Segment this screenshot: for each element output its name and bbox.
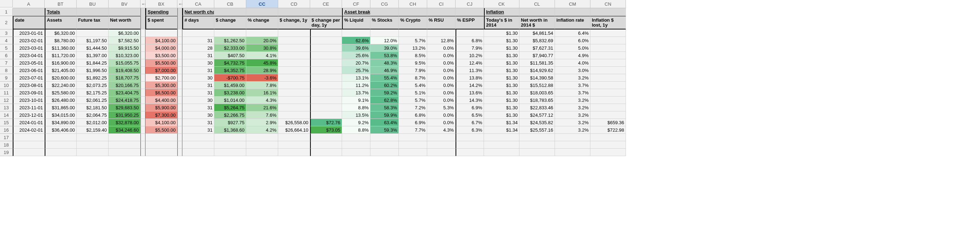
cell-nw[interactable]: $18,707.75 bbox=[108, 74, 140, 81]
cell-pc[interactable]: 7.6% bbox=[246, 111, 278, 119]
cell-stk[interactable]: 63.4% bbox=[371, 119, 399, 126]
cell-rsu[interactable]: 0.0% bbox=[427, 119, 456, 126]
cell-cry[interactable] bbox=[399, 149, 427, 156]
select-all-corner[interactable] bbox=[0, 0, 13, 8]
cell-days[interactable]: 31 bbox=[182, 104, 214, 111]
cell-esp[interactable]: 13.8% bbox=[456, 74, 484, 81]
cell-liq[interactable]: 62.6% bbox=[342, 37, 371, 45]
cell-esp[interactable]: 14.2% bbox=[456, 81, 484, 89]
cell-date[interactable]: 2023-07-01 bbox=[13, 74, 45, 81]
cell-assets[interactable] bbox=[45, 149, 76, 156]
cell-t14[interactable] bbox=[484, 134, 519, 141]
cell-stk[interactable]: 62.8% bbox=[371, 97, 399, 104]
cell-liq[interactable]: 11.2% bbox=[342, 81, 371, 89]
cell-spent[interactable]: $5,500.00 bbox=[145, 126, 177, 134]
cell-rsu[interactable] bbox=[427, 141, 456, 149]
column-header-BX[interactable]: BX bbox=[145, 0, 177, 8]
cell-assets[interactable]: $26,480.00 bbox=[45, 97, 76, 104]
cell-days[interactable] bbox=[182, 149, 214, 156]
column-header-CK[interactable]: CK bbox=[484, 0, 519, 8]
cell-date[interactable]: 2023-10-01 bbox=[13, 97, 45, 104]
cell-pc[interactable] bbox=[246, 149, 278, 156]
cell-spent[interactable]: $5,900.00 bbox=[145, 104, 177, 111]
cell-assets[interactable]: $31,865.00 bbox=[45, 104, 76, 111]
cell-days[interactable]: 30 bbox=[182, 59, 214, 67]
cell-days[interactable]: 31 bbox=[182, 119, 214, 126]
cell-date[interactable]: 2023-04-01 bbox=[13, 52, 45, 59]
cell-spent[interactable]: $2,700.00 bbox=[145, 74, 177, 81]
cell-dc1[interactable]: $26,558.00 bbox=[278, 119, 310, 126]
cell-esp[interactable]: 13.6% bbox=[456, 89, 484, 97]
cell-dc[interactable]: $4,352.75 bbox=[214, 67, 246, 74]
cell-cry[interactable]: 8.7% bbox=[399, 74, 427, 81]
cell-assets[interactable]: $8,780.00 bbox=[45, 37, 76, 45]
row-header[interactable]: 5 bbox=[0, 45, 13, 52]
cell-dc[interactable]: $1,262.50 bbox=[214, 37, 246, 45]
column-header-CN[interactable]: CN bbox=[590, 0, 626, 8]
cell-assets[interactable]: $22,240.00 bbox=[45, 81, 76, 89]
cell-cry[interactable]: 5.1% bbox=[399, 89, 427, 97]
cell-liq[interactable]: 39.6% bbox=[342, 45, 371, 52]
cell-assets[interactable]: $11,720.00 bbox=[45, 52, 76, 59]
cell-stk[interactable]: 59.3% bbox=[371, 126, 399, 134]
cell-dc1[interactable] bbox=[278, 67, 310, 74]
cell-pc[interactable] bbox=[246, 29, 278, 37]
cell-days[interactable]: 31 bbox=[182, 37, 214, 45]
column-header-BT[interactable]: BT bbox=[45, 0, 76, 8]
row-header[interactable]: 6 bbox=[0, 52, 13, 59]
cell-rsu[interactable]: 0.0% bbox=[427, 111, 456, 119]
cell-esp[interactable]: 6.5% bbox=[456, 111, 484, 119]
cell-date[interactable] bbox=[13, 149, 45, 156]
column-header-A[interactable]: A bbox=[13, 0, 45, 8]
cell-tax[interactable]: $2,175.25 bbox=[76, 89, 108, 97]
cell-date[interactable]: 2024-01-01 bbox=[13, 119, 45, 126]
cell-cry[interactable]: 7.7% bbox=[399, 126, 427, 134]
row-header[interactable]: 9 bbox=[0, 74, 13, 81]
cell-date[interactable] bbox=[13, 141, 45, 149]
cell-ir[interactable]: 3.2% bbox=[555, 111, 590, 119]
cell-il[interactable] bbox=[590, 45, 626, 52]
cell-assets[interactable]: $34,890.00 bbox=[45, 119, 76, 126]
cell-pc[interactable]: 45.8% bbox=[246, 59, 278, 67]
cell-stk[interactable] bbox=[371, 149, 399, 156]
cell-cry[interactable]: 7.2% bbox=[399, 104, 427, 111]
row-header[interactable]: 10 bbox=[0, 81, 13, 89]
cell-nw[interactable]: $15,055.75 bbox=[108, 59, 140, 67]
cell-nw14[interactable]: $11,581.35 bbox=[519, 59, 555, 67]
cell-assets[interactable]: $11,360.00 bbox=[45, 45, 76, 52]
cell-dc1[interactable] bbox=[278, 104, 310, 111]
cell-days[interactable]: 31 bbox=[182, 126, 214, 134]
cell-dc1[interactable] bbox=[278, 134, 310, 141]
cell-ir[interactable]: 3.7% bbox=[555, 89, 590, 97]
cell-date[interactable]: 2023-06-01 bbox=[13, 67, 45, 74]
cell-pc[interactable]: 4.2% bbox=[246, 126, 278, 134]
cell-spent[interactable]: $3,500.00 bbox=[145, 52, 177, 59]
cell-spent[interactable]: $4,400.00 bbox=[145, 97, 177, 104]
cell-date[interactable]: 2023-02-01 bbox=[13, 37, 45, 45]
cell-dcd[interactable]: $72.76 bbox=[310, 119, 342, 126]
cell-assets[interactable]: $25,580.00 bbox=[45, 89, 76, 97]
cell-dc[interactable]: $1,459.00 bbox=[214, 81, 246, 89]
column-header-CB[interactable]: CB bbox=[214, 0, 246, 8]
cell-t14[interactable]: $1.30 bbox=[484, 89, 519, 97]
cell-il[interactable] bbox=[590, 81, 626, 89]
row-header[interactable]: 13 bbox=[0, 104, 13, 111]
cell-il[interactable] bbox=[590, 111, 626, 119]
cell-nw14[interactable]: $4,861.54 bbox=[519, 29, 555, 37]
column-header-CL[interactable]: CL bbox=[519, 0, 555, 8]
cell-tax[interactable]: $1,197.50 bbox=[76, 37, 108, 45]
cell-dc[interactable] bbox=[214, 149, 246, 156]
cell-esp[interactable]: 6.9% bbox=[456, 104, 484, 111]
cell-cry[interactable] bbox=[399, 141, 427, 149]
column-header-CH[interactable]: CH bbox=[399, 0, 427, 8]
cell-rsu[interactable]: 12.8% bbox=[427, 37, 456, 45]
cell-pc[interactable]: 4.1% bbox=[246, 52, 278, 59]
cell-dc1[interactable] bbox=[278, 141, 310, 149]
cell-esp[interactable]: 6.3% bbox=[456, 126, 484, 134]
cell-spent[interactable]: $4,100.00 bbox=[145, 37, 177, 45]
cell-dcd[interactable] bbox=[310, 67, 342, 74]
column-header-CI[interactable]: CI bbox=[427, 0, 456, 8]
cell-tax[interactable]: $1,996.50 bbox=[76, 67, 108, 74]
cell-nw[interactable]: $9,915.50 bbox=[108, 45, 140, 52]
cell-ir[interactable]: 3.2% bbox=[555, 97, 590, 104]
